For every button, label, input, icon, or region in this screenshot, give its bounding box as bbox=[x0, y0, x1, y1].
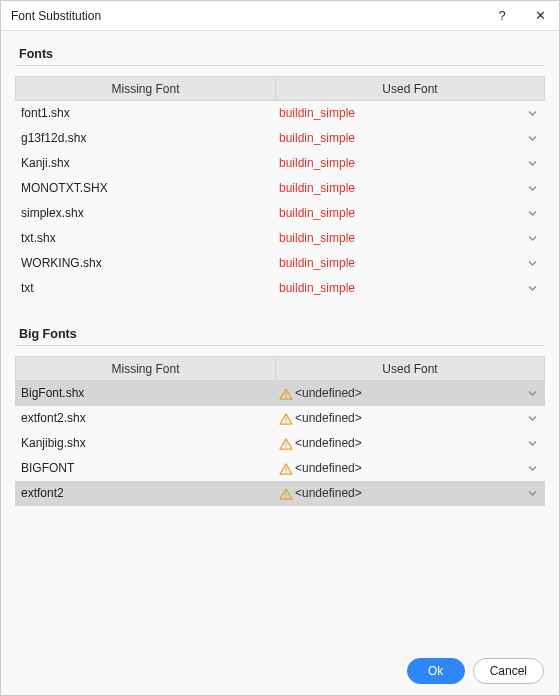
table-row: txtbuildin_simple bbox=[15, 276, 545, 301]
chevron-down-icon bbox=[528, 208, 537, 219]
fonts-section: Fonts Missing Font Used Font font1.shxbu… bbox=[15, 47, 545, 301]
table-row: WORKING.shxbuildin_simple bbox=[15, 251, 545, 276]
missing-font-cell: extfont2.shx bbox=[15, 411, 275, 425]
used-font-value: buildin_simple bbox=[279, 106, 355, 120]
svg-rect-2 bbox=[285, 417, 286, 420]
used-font-value: buildin_simple bbox=[279, 206, 355, 220]
bigfonts-table-header: Missing Font Used Font bbox=[15, 356, 545, 381]
used-font-dropdown[interactable]: buildin_simple bbox=[275, 156, 545, 170]
missing-font-cell: simplex.shx bbox=[15, 206, 275, 220]
used-font-dropdown[interactable]: <undefined> bbox=[275, 386, 545, 400]
missing-font-cell: extfont2 bbox=[15, 486, 275, 500]
cancel-button[interactable]: Cancel bbox=[473, 658, 544, 684]
used-font-dropdown[interactable]: buildin_simple bbox=[275, 131, 545, 145]
table-row: font1.shxbuildin_simple bbox=[15, 101, 545, 126]
table-row: extfont2<undefined> bbox=[15, 481, 545, 506]
warning-icon bbox=[279, 438, 293, 450]
missing-font-cell: BigFont.shx bbox=[15, 386, 275, 400]
table-row: BigFont.shx<undefined> bbox=[15, 381, 545, 406]
svg-rect-7 bbox=[285, 472, 286, 473]
used-font-value: <undefined> bbox=[295, 386, 362, 400]
used-font-value: buildin_simple bbox=[279, 181, 355, 195]
dialog-content: Fonts Missing Font Used Font font1.shxbu… bbox=[1, 31, 559, 506]
used-font-value: buildin_simple bbox=[279, 156, 355, 170]
used-font-dropdown[interactable]: <undefined> bbox=[275, 461, 545, 475]
chevron-down-icon bbox=[528, 258, 537, 269]
missing-font-cell: MONOTXT.SHX bbox=[15, 181, 275, 195]
used-font-value: <undefined> bbox=[295, 411, 362, 425]
svg-rect-8 bbox=[285, 492, 286, 495]
missing-font-cell: Kanjibig.shx bbox=[15, 436, 275, 450]
chevron-down-icon bbox=[528, 438, 537, 449]
bigfonts-section-title: Big Fonts bbox=[19, 327, 545, 341]
col-header-used: Used Font bbox=[276, 78, 544, 100]
dialog-footer: Ok Cancel bbox=[407, 658, 544, 684]
table-row: MONOTXT.SHXbuildin_simple bbox=[15, 176, 545, 201]
table-row: extfont2.shx<undefined> bbox=[15, 406, 545, 431]
ok-button[interactable]: Ok bbox=[407, 658, 465, 684]
table-row: g13f12d.shxbuildin_simple bbox=[15, 126, 545, 151]
missing-font-cell: txt bbox=[15, 281, 275, 295]
used-font-dropdown[interactable]: buildin_simple bbox=[275, 206, 545, 220]
col-header-missing: Missing Font bbox=[16, 358, 276, 380]
chevron-down-icon bbox=[528, 133, 537, 144]
missing-font-cell: g13f12d.shx bbox=[15, 131, 275, 145]
chevron-down-icon bbox=[528, 158, 537, 169]
missing-font-cell: WORKING.shx bbox=[15, 256, 275, 270]
svg-rect-1 bbox=[285, 397, 286, 398]
used-font-value: buildin_simple bbox=[279, 131, 355, 145]
used-font-value: buildin_simple bbox=[279, 231, 355, 245]
svg-rect-9 bbox=[285, 497, 286, 498]
bigfonts-table: Missing Font Used Font BigFont.shx<undef… bbox=[15, 356, 545, 506]
used-font-value: <undefined> bbox=[295, 461, 362, 475]
used-font-value: buildin_simple bbox=[279, 256, 355, 270]
chevron-down-icon bbox=[528, 413, 537, 424]
warning-icon bbox=[279, 388, 293, 400]
fonts-section-title: Fonts bbox=[19, 47, 545, 61]
col-header-missing: Missing Font bbox=[16, 78, 276, 100]
used-font-dropdown[interactable]: buildin_simple bbox=[275, 256, 545, 270]
chevron-down-icon bbox=[528, 108, 537, 119]
table-row: simplex.shxbuildin_simple bbox=[15, 201, 545, 226]
svg-rect-4 bbox=[285, 442, 286, 445]
used-font-dropdown[interactable]: buildin_simple bbox=[275, 181, 545, 195]
warning-icon bbox=[279, 413, 293, 425]
used-font-dropdown[interactable]: <undefined> bbox=[275, 436, 545, 450]
help-button[interactable]: ? bbox=[483, 1, 521, 31]
svg-rect-0 bbox=[285, 392, 286, 395]
chevron-down-icon bbox=[528, 183, 537, 194]
used-font-dropdown[interactable]: buildin_simple bbox=[275, 231, 545, 245]
divider bbox=[15, 345, 545, 346]
titlebar: Font Substitution ? ✕ bbox=[1, 1, 559, 31]
missing-font-cell: font1.shx bbox=[15, 106, 275, 120]
divider bbox=[15, 65, 545, 66]
chevron-down-icon bbox=[528, 388, 537, 399]
close-button[interactable]: ✕ bbox=[521, 1, 559, 31]
used-font-dropdown[interactable]: buildin_simple bbox=[275, 106, 545, 120]
used-font-value: <undefined> bbox=[295, 436, 362, 450]
missing-font-cell: Kanji.shx bbox=[15, 156, 275, 170]
window-title: Font Substitution bbox=[11, 9, 101, 23]
fonts-table-header: Missing Font Used Font bbox=[15, 76, 545, 101]
bigfonts-section: Big Fonts Missing Font Used Font BigFont… bbox=[15, 327, 545, 506]
fonts-table: Missing Font Used Font font1.shxbuildin_… bbox=[15, 76, 545, 301]
table-row: BIGFONT<undefined> bbox=[15, 456, 545, 481]
warning-icon bbox=[279, 488, 293, 500]
svg-rect-3 bbox=[285, 422, 286, 423]
chevron-down-icon bbox=[528, 283, 537, 294]
used-font-value: <undefined> bbox=[295, 486, 362, 500]
chevron-down-icon bbox=[528, 463, 537, 474]
col-header-used: Used Font bbox=[276, 358, 544, 380]
svg-rect-5 bbox=[285, 447, 286, 448]
table-row: txt.shxbuildin_simple bbox=[15, 226, 545, 251]
chevron-down-icon bbox=[528, 233, 537, 244]
used-font-dropdown[interactable]: <undefined> bbox=[275, 486, 545, 500]
missing-font-cell: txt.shx bbox=[15, 231, 275, 245]
table-row: Kanji.shxbuildin_simple bbox=[15, 151, 545, 176]
svg-rect-6 bbox=[285, 467, 286, 470]
chevron-down-icon bbox=[528, 488, 537, 499]
warning-icon bbox=[279, 463, 293, 475]
used-font-dropdown[interactable]: <undefined> bbox=[275, 411, 545, 425]
used-font-dropdown[interactable]: buildin_simple bbox=[275, 281, 545, 295]
missing-font-cell: BIGFONT bbox=[15, 461, 275, 475]
